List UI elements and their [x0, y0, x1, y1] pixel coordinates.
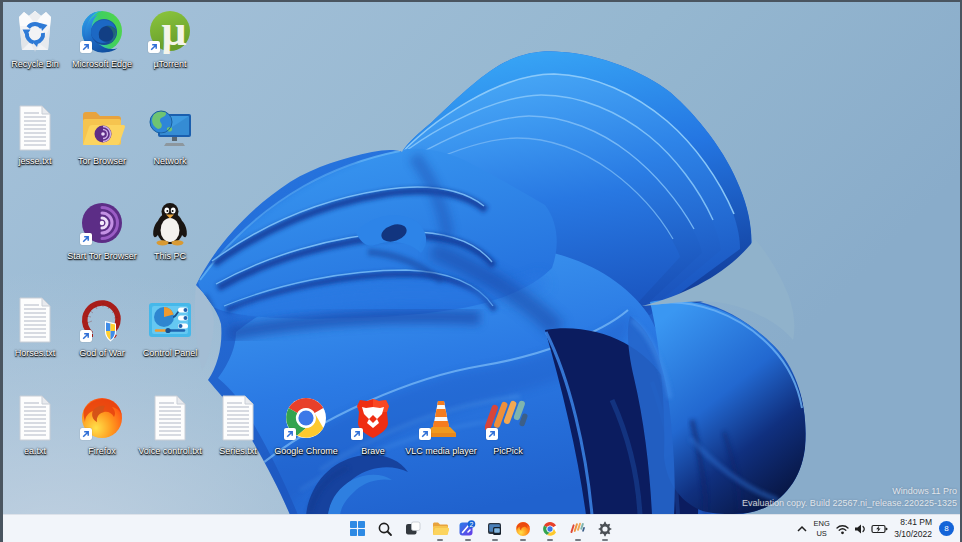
svg-text:µ: µ	[161, 8, 186, 54]
svg-text:2: 2	[470, 521, 474, 528]
